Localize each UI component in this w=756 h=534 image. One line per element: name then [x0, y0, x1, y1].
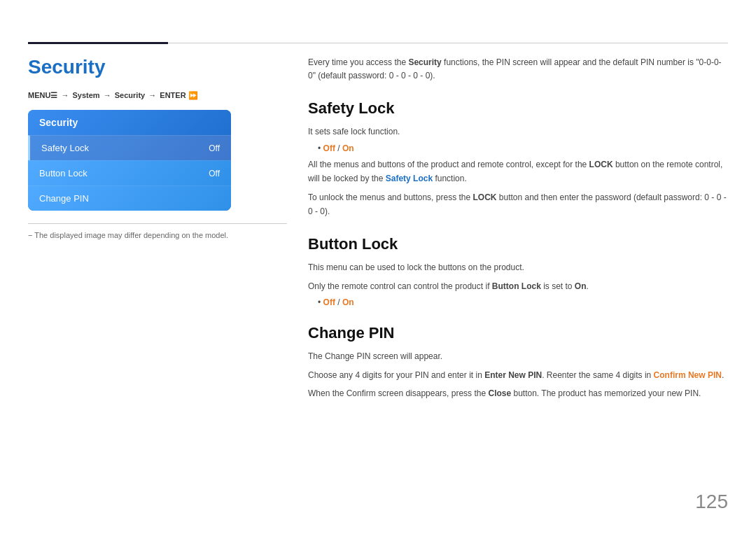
- change-pin-desc2: Choose any 4 digits for your PIN and ent…: [308, 368, 728, 382]
- button-lock-section: Button Lock This menu can be used to loc…: [308, 235, 728, 307]
- breadcrumb-enter: ENTER ⏩: [160, 91, 197, 99]
- left-column: Security MENU☰ → System → Security → ENT…: [28, 56, 287, 239]
- menu-item-safety-lock[interactable]: Safety Lock Off: [28, 135, 231, 160]
- security-menu-ui: Security Safety Lock Off Button Lock Off…: [28, 110, 231, 211]
- safety-lock-on: On: [342, 143, 354, 153]
- top-decorative-lines: [0, 42, 756, 44]
- menu-header: Security: [28, 110, 231, 135]
- menu-item-change-pin-label: Change PIN: [39, 193, 89, 204]
- button-lock-bullet: Off / On: [318, 297, 728, 307]
- enter-new-pin-bold: Enter New PIN: [484, 370, 542, 380]
- menu-item-button-lock[interactable]: Button Lock Off: [28, 160, 231, 185]
- intro-text: Every time you access the Security funct…: [308, 56, 728, 83]
- button-lock-off: Off: [323, 297, 335, 307]
- breadcrumb-menu: MENU: [28, 91, 50, 99]
- note-text: The displayed image may differ depending…: [28, 223, 287, 239]
- breadcrumb-menu-icon: ☰: [50, 91, 57, 99]
- menu-item-change-pin[interactable]: Change PIN: [28, 185, 231, 211]
- safety-lock-desc2: All the menus and buttons of the product…: [308, 157, 728, 186]
- confirm-new-pin-orange: Confirm New PIN: [654, 370, 722, 380]
- change-pin-desc3: When the Confirm screen disappears, pres…: [308, 386, 728, 400]
- safety-lock-separator: /: [337, 143, 342, 153]
- menu-item-button-lock-value: Off: [209, 169, 220, 178]
- safety-lock-desc3: To unlock the menus and buttons, press t…: [308, 190, 728, 219]
- safety-lock-link: Safety Lock: [386, 174, 433, 183]
- lock-bold: LOCK: [589, 160, 613, 169]
- breadcrumb-arrow2: →: [104, 91, 113, 99]
- change-pin-desc1: The Change PIN screen will appear.: [308, 349, 728, 363]
- right-column: Every time you access the Security funct…: [308, 56, 728, 417]
- menu-item-button-lock-label: Button Lock: [39, 168, 88, 178]
- button-lock-separator: /: [337, 297, 342, 307]
- close-bold: Close: [488, 388, 511, 398]
- top-line-light: [168, 43, 728, 43]
- breadcrumb-system: System: [73, 91, 100, 99]
- safety-lock-bullet: Off / On: [318, 143, 728, 153]
- menu-item-safety-lock-label: Safety Lock: [41, 143, 89, 153]
- breadcrumb-arrow3: →: [148, 91, 158, 99]
- button-lock-on: On: [342, 297, 354, 307]
- safety-lock-off: Off: [323, 143, 335, 153]
- menu-item-safety-lock-value: Off: [209, 143, 220, 153]
- lock-bold2: LOCK: [472, 192, 496, 202]
- page-title: Security: [28, 56, 287, 78]
- intro-security-bold: Security: [408, 57, 441, 67]
- button-lock-title: Button Lock: [308, 235, 728, 253]
- on-bold: On: [575, 281, 587, 291]
- safety-lock-desc1: It sets safe lock function.: [308, 125, 728, 139]
- safety-lock-section: Safety Lock It sets safe lock function. …: [308, 99, 728, 218]
- button-lock-desc1: This menu can be used to lock the button…: [308, 260, 728, 274]
- change-pin-title: Change PIN: [308, 324, 728, 342]
- change-pin-section: Change PIN The Change PIN screen will ap…: [308, 324, 728, 400]
- safety-lock-title: Safety Lock: [308, 99, 728, 118]
- breadcrumb-security: Security: [115, 91, 145, 99]
- page-number: 125: [695, 491, 728, 513]
- breadcrumb: MENU☰ → System → Security → ENTER ⏩: [28, 91, 287, 100]
- breadcrumb-arrow1: →: [61, 91, 71, 99]
- button-lock-bold: Button Lock: [492, 281, 541, 291]
- top-line-dark: [28, 42, 168, 44]
- button-lock-desc2: Only the remote control can control the …: [308, 279, 728, 293]
